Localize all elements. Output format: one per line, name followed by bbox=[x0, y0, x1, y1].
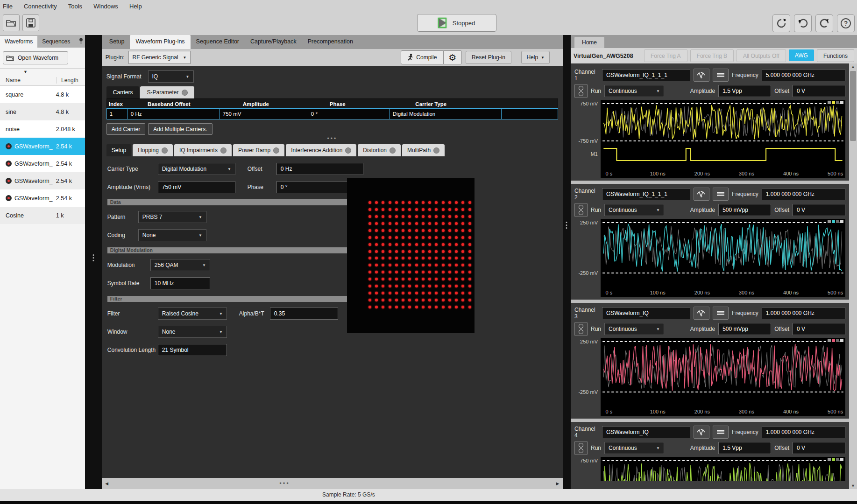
frequency-input[interactable]: 5.000 000 000 GHz bbox=[762, 69, 845, 81]
run-mode-select[interactable]: Continuous▼ bbox=[604, 442, 664, 454]
tab-power-ramp[interactable]: Power Ramp bbox=[233, 144, 284, 156]
run-mode-select[interactable]: Continuous▼ bbox=[604, 85, 664, 97]
plugin-select[interactable]: RF Generic Signal ▼ bbox=[128, 51, 191, 64]
compile-button[interactable]: Compile bbox=[401, 50, 444, 64]
menu-item-file[interactable]: File bbox=[3, 3, 13, 10]
refresh-button[interactable] bbox=[815, 14, 833, 32]
splitter-handle-icon[interactable]: ••• bbox=[102, 136, 563, 142]
force-trig-a-button[interactable]: Force Trig A bbox=[644, 49, 687, 62]
coding-select[interactable]: None ▼ bbox=[138, 229, 206, 241]
undo-button[interactable] bbox=[794, 14, 812, 32]
tab-waveform-plug-ins[interactable]: Waveform Plug-ins bbox=[130, 35, 190, 49]
frequency-input[interactable]: 1.000 000 000 GHz bbox=[762, 188, 845, 200]
channel-waveform-input[interactable]: GSWaveform_IQ_1_1_1 bbox=[602, 69, 690, 81]
sort-indicator-icon[interactable]: ▼ bbox=[23, 70, 28, 74]
offset-adjust-button[interactable] bbox=[713, 426, 729, 439]
offset-adjust-button[interactable] bbox=[713, 69, 729, 82]
offset-input[interactable]: 0 Hz bbox=[276, 163, 363, 175]
table-row[interactable]: 10 Hz750 mV0 °Digital Modulation bbox=[107, 109, 558, 119]
list-item[interactable]: GSWaveform_2.54 k bbox=[0, 189, 85, 207]
offset-input[interactable]: 0 V bbox=[793, 442, 845, 454]
output-connector-button[interactable] bbox=[574, 203, 588, 217]
scroll-left-icon[interactable]: ◄ bbox=[102, 481, 112, 486]
add-carrier-button[interactable]: Add Carrier bbox=[106, 123, 145, 135]
scrollbar-track[interactable]: ••• bbox=[112, 478, 552, 489]
column-length[interactable]: Length bbox=[57, 77, 78, 84]
horizontal-scrollbar[interactable]: ◄ ••• ► bbox=[102, 478, 563, 489]
amplitude-input[interactable]: 500 mVpp bbox=[718, 204, 771, 216]
offset-input[interactable]: 0 V bbox=[793, 85, 845, 97]
tab-iq-impairments[interactable]: IQ Impairments bbox=[174, 144, 232, 156]
force-trig-b-button[interactable]: Force Trig B bbox=[690, 49, 734, 62]
alpha-input[interactable]: 0.35 bbox=[270, 308, 338, 320]
amplitude-input[interactable]: 750 mV bbox=[158, 181, 235, 193]
amplitude-input[interactable]: 1.5 Vpp bbox=[718, 442, 771, 454]
tab-interference-addition[interactable]: Interference Addition bbox=[286, 144, 356, 156]
list-item[interactable]: GSWaveform_2.54 k bbox=[0, 172, 85, 189]
panel-splitter-right[interactable] bbox=[563, 35, 571, 489]
list-item[interactable]: noise2.048 k bbox=[0, 120, 85, 138]
run-mode-select[interactable]: Continuous▼ bbox=[604, 204, 664, 216]
waveform-scale-button[interactable] bbox=[694, 307, 709, 320]
list-item[interactable]: square4.8 k bbox=[0, 86, 85, 103]
run-state-button[interactable]: Stopped bbox=[417, 14, 496, 32]
panel-splitter-left[interactable] bbox=[85, 35, 102, 489]
waveform-scale-button[interactable] bbox=[694, 69, 709, 82]
pattern-select[interactable]: PRBS 7 ▼ bbox=[138, 211, 206, 223]
save-button[interactable] bbox=[22, 14, 39, 31]
signal-format-select[interactable]: IQ ▼ bbox=[148, 70, 194, 83]
help-button[interactable]: ? bbox=[837, 14, 855, 32]
restore-default-setup-button[interactable] bbox=[772, 14, 790, 32]
channel-waveform-input[interactable]: GSWaveform_IQ bbox=[602, 426, 690, 438]
carrier-type-select[interactable]: Digital Modulation ▼ bbox=[158, 163, 235, 175]
filter-select[interactable]: Raised Cosine ▼ bbox=[158, 308, 227, 320]
tab-s-parameter[interactable]: S-Parameter bbox=[140, 86, 194, 98]
tab-carriers[interactable]: Carriers bbox=[106, 86, 140, 98]
run-mode-select[interactable]: Continuous▼ bbox=[604, 323, 664, 335]
reset-plugin-button[interactable]: Reset Plug-in bbox=[466, 51, 511, 64]
tab-capture-playback[interactable]: Capture/Playback bbox=[245, 35, 302, 49]
scroll-down-icon[interactable]: ▼ bbox=[849, 483, 857, 488]
tab-multipath[interactable]: MultiPath bbox=[402, 144, 445, 156]
tab-setup[interactable]: Setup bbox=[104, 35, 130, 49]
tab-home[interactable]: Home bbox=[574, 37, 604, 48]
offset-input[interactable]: 0 V bbox=[793, 323, 845, 335]
tab-precompensation[interactable]: Precompensation bbox=[302, 35, 359, 49]
offset-adjust-button[interactable] bbox=[713, 307, 729, 320]
tab-sequences[interactable]: Sequences bbox=[37, 36, 75, 48]
menu-item-connectivity[interactable]: Connectivity bbox=[24, 3, 57, 10]
offset-input[interactable]: 0 V bbox=[793, 204, 845, 216]
window-select[interactable]: None ▼ bbox=[158, 326, 227, 338]
scroll-up-icon[interactable]: ▲ bbox=[849, 64, 857, 69]
frequency-input[interactable]: 1.000 000 000 GHz bbox=[762, 426, 845, 438]
tab-hopping[interactable]: Hopping bbox=[133, 144, 173, 156]
tab-distortion[interactable]: Distortion bbox=[358, 144, 401, 156]
output-connector-button[interactable] bbox=[574, 441, 588, 455]
table-cell[interactable]: 0 Hz bbox=[128, 109, 220, 119]
channel-waveform-input[interactable]: GSWaveform_IQ bbox=[602, 307, 690, 319]
modulation-select[interactable]: 256 QAM ▼ bbox=[150, 259, 210, 271]
table-cell[interactable]: Digital Modulation bbox=[390, 109, 502, 119]
table-cell[interactable]: 1 bbox=[107, 109, 128, 119]
plugin-settings-button[interactable]: ⚙ bbox=[443, 50, 462, 64]
vertical-scrollbar[interactable]: ▲ ▼ bbox=[849, 63, 857, 489]
list-item[interactable]: Cosine1 k bbox=[0, 207, 85, 224]
open-file-button[interactable] bbox=[3, 14, 20, 31]
channel-waveform-input[interactable]: GSWaveform_IQ_1_1_1 bbox=[602, 188, 690, 200]
list-item[interactable]: GSWaveform_2.54 k bbox=[0, 155, 85, 172]
functions-button[interactable]: Functions bbox=[817, 49, 854, 62]
tab-waveforms[interactable]: Waveforms bbox=[0, 36, 37, 48]
output-connector-button[interactable] bbox=[574, 84, 588, 98]
convolution-length-input[interactable]: 21 Symbol bbox=[158, 344, 227, 356]
tab-sequence-editor[interactable]: Sequence Editor bbox=[191, 35, 245, 49]
all-outputs-off-button[interactable]: All Outputs Off bbox=[737, 49, 786, 62]
pin-icon[interactable] bbox=[79, 38, 83, 45]
menu-item-windows[interactable]: Windows bbox=[93, 3, 118, 10]
output-connector-button[interactable] bbox=[574, 322, 588, 336]
offset-adjust-button[interactable] bbox=[713, 188, 729, 201]
amplitude-input[interactable]: 1.5 Vpp bbox=[718, 85, 771, 97]
table-cell[interactable]: 0 ° bbox=[308, 109, 390, 119]
open-waveform-button[interactable]: Open Waveform bbox=[3, 51, 68, 64]
add-multiple-carriers-button[interactable]: Add Multiple Carriers. bbox=[148, 123, 212, 135]
waveform-scale-button[interactable] bbox=[694, 426, 709, 439]
